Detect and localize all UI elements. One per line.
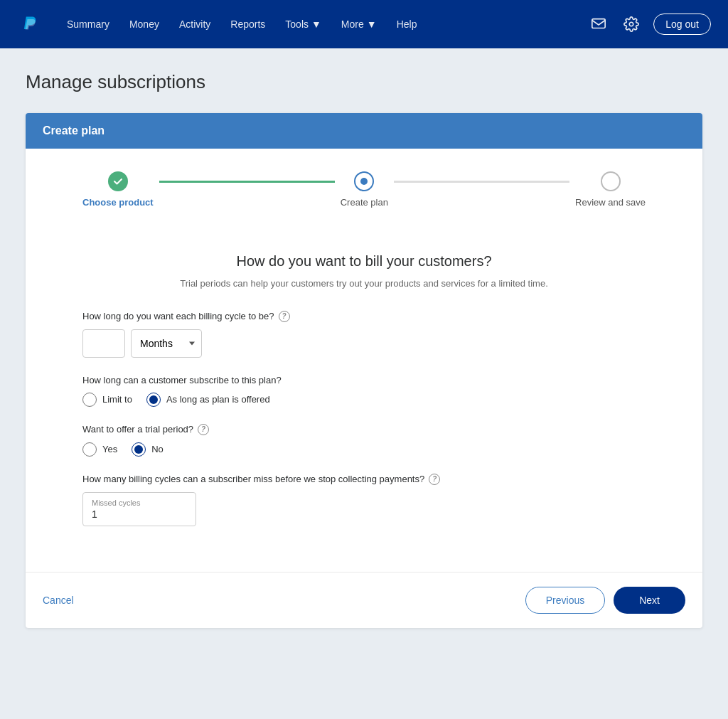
trial-no-label[interactable]: No — [132, 442, 164, 457]
subscription-length-group: How long can a customer subscribe to thi… — [82, 375, 646, 407]
cancel-button[interactable]: Cancel — [43, 595, 74, 606]
trial-period-group: Want to offer a trial period? ? Yes No — [82, 424, 646, 457]
missed-cycles-field-label: Missed cycles — [92, 499, 187, 507]
step-1-label: Choose product — [82, 197, 154, 208]
chevron-down-icon: ▼ — [311, 18, 321, 30]
step-2-label: Create plan — [341, 197, 388, 208]
step-1-circle — [108, 171, 128, 191]
step-3-circle — [601, 171, 621, 191]
card-header: Create plan — [26, 113, 702, 149]
billing-cycle-row: Days Weeks Months Years — [82, 329, 646, 358]
chevron-down-icon: ▼ — [367, 18, 377, 30]
page-content: Manage subscriptions Create plan Choose … — [9, 48, 719, 651]
billing-cycle-label: How long do you want each billing cycle … — [82, 311, 646, 322]
trial-yes-label[interactable]: Yes — [82, 442, 117, 457]
stepper: Choose product Create plan — [26, 149, 702, 230]
billing-cycle-select[interactable]: Days Weeks Months Years — [131, 329, 202, 358]
trial-no-radio[interactable] — [132, 442, 146, 457]
missed-cycles-input-wrap: Missed cycles — [82, 492, 196, 526]
subscription-radio-group: Limit to As long as plan is offered — [82, 393, 646, 407]
limit-to-radio[interactable] — [82, 393, 97, 407]
billing-cycle-number-input[interactable] — [82, 329, 125, 358]
step-3-label: Review and save — [575, 197, 646, 208]
card-footer: Cancel Previous Next — [26, 572, 702, 628]
nav-more[interactable]: More ▼ — [331, 13, 387, 36]
svg-point-1 — [630, 22, 634, 26]
page-title: Manage subscriptions — [26, 71, 702, 93]
svg-rect-0 — [592, 19, 605, 28]
logout-button[interactable]: Log out — [653, 14, 711, 35]
form-heading: How do you want to bill your customers? — [82, 253, 646, 270]
missed-cycles-label: How many billing cycles can a subscriber… — [82, 474, 646, 485]
previous-button[interactable]: Previous — [525, 587, 605, 614]
navbar-right: Log out — [588, 14, 711, 35]
trial-period-help-icon[interactable]: ? — [198, 424, 209, 435]
navbar: Summary Money Activity Reports Tools ▼ M… — [0, 0, 728, 48]
nav-activity[interactable]: Activity — [169, 13, 220, 36]
step-create-plan: Create plan — [341, 171, 388, 208]
nav-tools[interactable]: Tools ▼ — [275, 13, 331, 36]
form-subtext: Trial periods can help your customers tr… — [82, 277, 646, 291]
settings-icon-button[interactable] — [621, 14, 642, 35]
nav-reports[interactable]: Reports — [220, 13, 275, 36]
as-long-as-radio[interactable] — [146, 393, 161, 407]
missed-cycles-help-icon[interactable]: ? — [429, 474, 440, 485]
as-long-as-radio-label[interactable]: As long as plan is offered — [146, 393, 270, 407]
limit-to-radio-label[interactable]: Limit to — [82, 393, 132, 407]
nav-help[interactable]: Help — [387, 13, 427, 36]
card-header-title: Create plan — [43, 124, 105, 137]
nav-money[interactable]: Money — [119, 13, 169, 36]
billing-cycle-help-icon[interactable]: ? — [279, 311, 290, 322]
subscription-length-label: How long can a customer subscribe to thi… — [82, 375, 646, 385]
step-2-circle — [354, 171, 374, 191]
trial-radio-group: Yes No — [82, 442, 646, 457]
paypal-logo — [17, 11, 43, 37]
next-button[interactable]: Next — [614, 587, 685, 614]
step-choose-product: Choose product — [82, 171, 154, 208]
create-plan-card: Create plan Choose product — [26, 113, 702, 628]
billing-cycle-select-wrapper: Days Weeks Months Years — [131, 329, 202, 358]
message-icon-button[interactable] — [588, 14, 609, 35]
missed-cycles-input[interactable] — [92, 508, 187, 520]
footer-right-buttons: Previous Next — [525, 587, 685, 614]
form-content: How do you want to bill your customers? … — [26, 230, 702, 572]
stepper-line-2 — [394, 181, 569, 183]
missed-cycles-group: How many billing cycles can a subscriber… — [82, 474, 646, 526]
trial-period-label: Want to offer a trial period? ? — [82, 424, 646, 435]
nav-links: Summary Money Activity Reports Tools ▼ M… — [57, 13, 588, 36]
nav-summary[interactable]: Summary — [57, 13, 119, 36]
trial-yes-radio[interactable] — [82, 442, 97, 457]
step-review-save: Review and save — [575, 171, 646, 208]
stepper-line-1 — [159, 181, 335, 183]
billing-cycle-group: How long do you want each billing cycle … — [82, 311, 646, 358]
